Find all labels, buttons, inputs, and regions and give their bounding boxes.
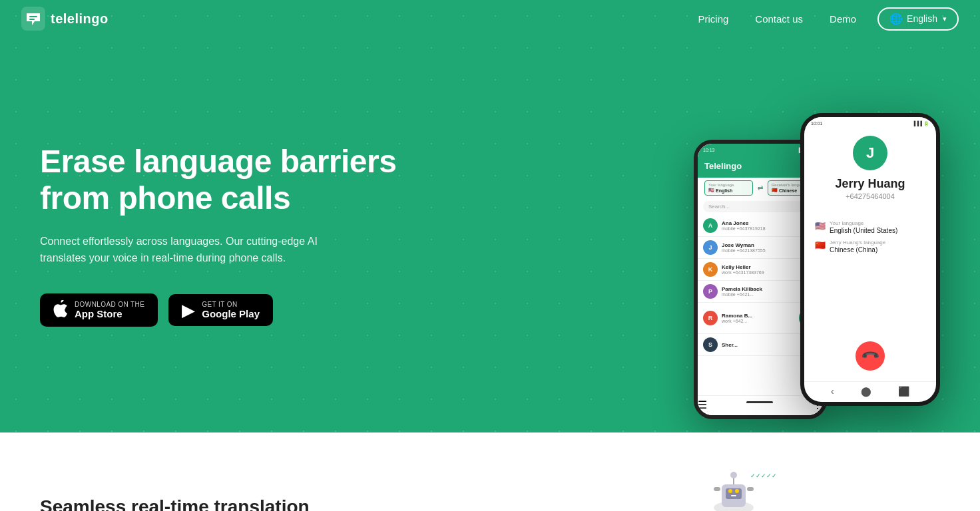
globe-icon: 🌐 [889,13,903,25]
svg-point-7 [735,489,739,493]
your-lang-val: 🇺🇸 English [708,188,749,193]
below-hero-section: Seamless real-time translation ✓✓✓✓✓ [0,432,980,511]
contact-number: work +642... [722,319,795,323]
cn-flag-icon: 🇨🇳 [815,240,826,250]
app-store-button[interactable]: Download on the App Store [40,293,158,327]
logo-icon [21,7,45,31]
their-lang-call-value: Chinese (China) [830,246,885,254]
app-store-text: Download on the App Store [75,301,144,319]
contact-info: Ramona B... work +642... [722,313,795,323]
nav-links: Pricing Contact us Demo 🌐 English ▾ [687,7,959,31]
robot-illustration: ✓✓✓✓✓ [687,464,780,511]
lang-swap-icon[interactable]: ⇄ [756,180,765,196]
svg-rect-11 [714,487,720,491]
svg-point-6 [728,489,732,493]
phone-call: 10:01 ▐▐▐ 🔋 J Jerry Huang +64275464004 🇺… [800,113,940,406]
their-lang-row: 🇨🇳 Jerry Huang's language Chinese (China… [815,240,925,254]
svg-rect-5 [726,488,742,499]
caller-phone: +64275464004 [846,192,895,200]
your-lang-row: 🇺🇸 Your language English (United States) [815,220,925,234]
google-play-text: GET IT ON Google Play [202,301,260,319]
section-title: Seamless real-time translation [40,470,310,511]
your-lang-call-value: English (United States) [830,227,897,234]
your-lang-call-label: Your language [830,220,897,226]
back-front-icon[interactable]: ‹ [831,386,834,397]
their-lang-call-label: Jerry Huang's language [830,240,885,246]
contact-avatar: S [703,337,718,352]
svg-point-10 [730,472,737,478]
demo-link[interactable]: Demo [819,8,867,30]
home-front-icon[interactable]: ⬤ [861,386,871,397]
google-play-button[interactable]: ▶ GET IT ON Google Play [168,294,273,326]
hero-subtitle: Connect effortlessly across languages. O… [40,233,360,267]
chevron-down-icon: ▾ [943,15,947,23]
contact-avatar: A [703,218,718,233]
caller-section: J Jerry Huang +64275464004 [804,128,936,220]
us-flag-icon: 🇺🇸 [815,221,826,231]
language-label: English [907,13,937,24]
your-lang-label: Your language [708,183,749,187]
contact-name: Ramona B... [722,313,795,319]
your-lang-box[interactable]: Your language 🇺🇸 English [704,180,753,196]
contact-link[interactable]: Contact us [744,8,814,30]
app-store-sub: Download on the [75,301,144,308]
call-controls: 📞 [804,264,936,381]
front-battery: ▐▐▐ 🔋 [912,121,929,126]
language-selector[interactable]: 🌐 English ▾ [877,7,959,31]
google-play-sub: GET IT ON [202,301,260,308]
svg-rect-8 [731,495,736,496]
svg-rect-2 [29,19,35,20]
google-play-main: Google Play [202,308,260,319]
hero-content: Erase language barriers from phone calls… [40,103,413,367]
app-store-main: App Store [75,308,144,319]
home-indicator [746,401,773,403]
front-time: 10:01 [811,121,823,126]
svg-rect-12 [747,487,754,491]
caller-avatar: J [853,136,887,170]
contact-avatar: J [703,240,718,255]
logo-link[interactable]: telelingo [21,7,109,31]
apple-icon [53,300,68,320]
contact-avatar: K [703,262,718,277]
contact-avatar: P [703,284,718,299]
hero-section: Erase language barriers from phone calls… [0,0,980,432]
recents-front-icon[interactable]: ⬛ [898,386,909,397]
svg-rect-1 [29,16,37,17]
logo-text: telelingo [51,11,109,27]
call-lang-info: 🇺🇸 Your language English (United States)… [804,220,936,259]
phone-mockups: 10:13 ▐▐▐ 81% Telelingo Your language 🇺🇸… [674,40,953,432]
caller-name: Jerry Huang [835,177,905,191]
hero-ctas: Download on the App Store ▶ GET IT ON Go… [40,293,413,327]
svg-text:✓✓✓✓✓: ✓✓✓✓✓ [750,472,777,479]
status-bar-front: 10:01 ▐▐▐ 🔋 [804,117,936,128]
contact-avatar: R [703,311,718,325]
hero-title: Erase language barriers from phone calls [40,143,413,216]
pricing-link[interactable]: Pricing [687,8,739,30]
phone-nav-bar-front: ‹ ⬤ ⬛ [804,381,936,402]
back-nav-icon[interactable]: ☰ [698,399,707,411]
phone-nav-bar-back: ☰ ⋮ [698,395,823,415]
navbar: telelingo Pricing Contact us Demo 🌐 Engl… [0,0,980,37]
google-play-icon: ▶ [182,301,195,319]
app-name: Telelingo [704,161,742,171]
end-call-button[interactable]: 📞 [850,335,891,377]
